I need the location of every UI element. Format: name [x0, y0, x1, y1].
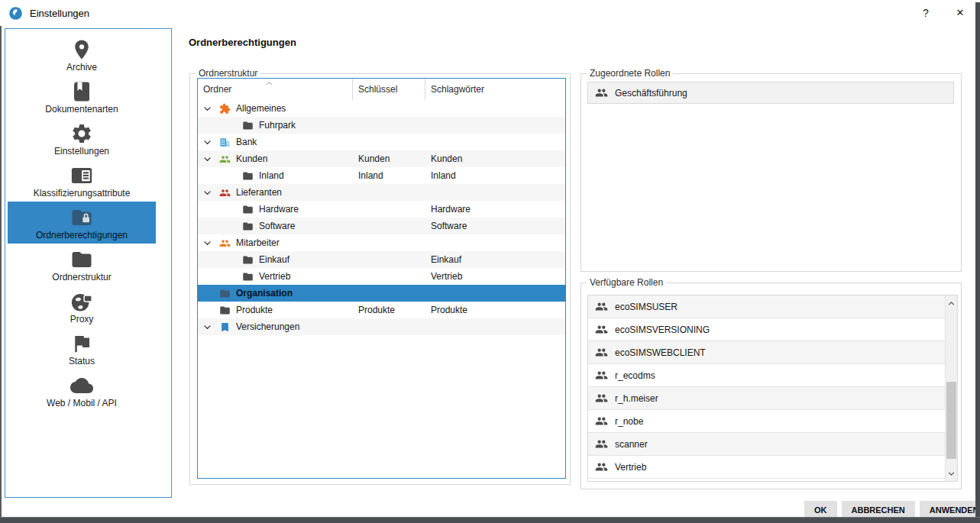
ok-button[interactable]: OK — [804, 501, 837, 518]
bookmark-icon — [219, 321, 231, 333]
tree-row-label: Bank — [236, 137, 257, 147]
tree-cell-ordner: Organisation — [198, 288, 353, 299]
scrollbar-down-button[interactable] — [946, 467, 957, 479]
tree-cell-ordner: Produkte — [198, 305, 353, 316]
available-roles-group-label: Verfügbare Rollen — [587, 277, 666, 288]
titlebar[interactable]: Einstellungen — [0, 0, 975, 26]
sidebar-item-label: Archive — [66, 62, 97, 73]
tree-row-label: Inland — [259, 170, 284, 181]
people-icon — [219, 187, 231, 199]
available-role-ecosimsuser[interactable]: ecoSIMSUSER — [588, 295, 945, 318]
available-role-ecosimswebclient[interactable]: ecoSIMSWEBCLIENT — [588, 341, 945, 364]
column-header-label: Schlüssel — [358, 84, 397, 95]
dialog-buttons: OK ABBRECHEN ANWENDEN — [804, 501, 980, 518]
tree-cell-schluessel: Produkte — [353, 305, 425, 315]
sidebar-item-web-mobil-api[interactable]: Web / Mobil / API — [8, 370, 156, 412]
scrollbar[interactable] — [945, 295, 957, 481]
assigned-role-geschäftsführung[interactable]: Geschäftsführung — [587, 82, 954, 104]
assigned-roles-group: Zugeordnete Rollen Geschäftsführung — [581, 73, 962, 272]
scrollbar-up-button[interactable] — [946, 297, 957, 309]
tree-cell-ordner: Inland — [198, 170, 353, 182]
column-header-schluessel[interactable]: Schlüssel — [353, 79, 425, 100]
tree-cell-ordner: Vertrieb — [198, 271, 353, 282]
tree-row-vertrieb[interactable]: VertriebVertrieb — [198, 268, 565, 285]
tree-row-kunden[interactable]: KundenKundenKunden — [198, 150, 565, 167]
tree-row-label: Lieferanten — [236, 187, 282, 198]
page-title: Ordnerberechtigungen — [189, 37, 296, 48]
chevron-down-icon[interactable] — [202, 104, 215, 114]
help-button[interactable]: ? — [913, 1, 939, 24]
role-name: ecoSIMSUSER — [615, 302, 678, 312]
sidebar-item-label: Proxy — [70, 314, 94, 324]
available-role-vertrieb[interactable]: Vertrieb — [588, 456, 945, 479]
available-role-r-h-meiser[interactable]: r_h.meiser — [588, 387, 945, 410]
tree-row-software[interactable]: SoftwareSoftware — [198, 218, 565, 234]
chevron-down-icon[interactable] — [202, 322, 215, 332]
settings-sidebar: ArchiveDokumentenartenEinstellungenKlass… — [5, 28, 172, 498]
people-icon — [595, 460, 608, 473]
tree-cell-ordner: Hardware — [198, 204, 353, 215]
column-header-label: Ordner — [203, 84, 231, 95]
tree-cell-ordner: Bank — [198, 137, 353, 148]
available-roles-rows: ecoSIMSUSERecoSIMSVERSIONINGecoSIMSWEBCL… — [588, 295, 945, 481]
chevron-down-icon[interactable] — [202, 188, 215, 198]
anwenden-button[interactable]: ANWENDEN — [920, 501, 980, 518]
available-role-ecosimsversioning[interactable]: ecoSIMSVERSIONING — [588, 318, 945, 341]
available-roles-list: ecoSIMSUSERecoSIMSVERSIONINGecoSIMSWEBCL… — [587, 295, 958, 482]
tree-row-lieferanten[interactable]: Lieferanten — [198, 184, 565, 201]
tree-cell-schlagwoerter: Software — [425, 221, 565, 231]
tree-row-mitarbeiter[interactable]: Mitarbeiter — [198, 234, 565, 251]
sidebar-item-dokumentenarten[interactable]: Dokumentenarten — [8, 76, 156, 118]
tree-row-einkauf[interactable]: EinkaufEinkauf — [198, 251, 565, 268]
role-name: r_h.meiser — [615, 393, 658, 404]
scrollbar-thumb[interactable] — [946, 382, 956, 459]
available-roles-group: Verfügbare Rollen ecoSIMSUSERecoSIMSVERS… — [581, 282, 962, 489]
tree-row-inland[interactable]: InlandInlandInland — [198, 167, 565, 184]
sidebar-item-status[interactable]: Status — [8, 328, 156, 370]
sidebar-item-einstellungen[interactable]: Einstellungen — [8, 118, 156, 160]
column-header-ordner[interactable]: Ordner — [198, 79, 353, 100]
tree-row-bank[interactable]: Bank — [198, 134, 565, 150]
folder-icon — [242, 170, 254, 182]
tree-row-fuhrpark[interactable]: Fuhrpark — [198, 117, 565, 134]
tree-row-produkte[interactable]: ProdukteProdukteProdukte — [198, 302, 565, 318]
tree-row-allgemeines[interactable]: Allgemeines — [198, 100, 565, 117]
folder-icon — [242, 271, 254, 282]
available-role-r-ecodms[interactable]: r_ecodms — [588, 364, 945, 387]
people-icon — [595, 323, 608, 336]
puzzle-icon — [219, 103, 231, 115]
tree-cell-ordner: Lieferanten — [198, 187, 353, 199]
folder-icon — [219, 305, 231, 316]
folder-structure-group: Ordnerstruktur Ordner Schlüssel Schlagwö… — [189, 73, 571, 485]
settings-window: Einstellungen ? ✕ ArchiveDokumentenarten… — [0, 0, 980, 523]
globe-lock-icon — [70, 289, 93, 314]
sidebar-item-ordnerstruktur[interactable]: Ordnerstruktur — [8, 244, 156, 286]
close-button[interactable]: ✕ — [947, 1, 973, 24]
tree-row-hardware[interactable]: HardwareHardware — [198, 201, 565, 218]
sidebar-item-ordnerberechtigungen[interactable]: Ordnerberechtigungen — [8, 202, 156, 244]
tree-row-organisation[interactable]: Organisation — [198, 285, 565, 302]
tree-row-label: Software — [259, 221, 295, 231]
sidebar-item-proxy[interactable]: Proxy — [8, 286, 156, 328]
tree-cell-ordner: Einkauf — [198, 254, 353, 266]
people-icon — [595, 86, 608, 99]
tree-cell-ordner: Software — [198, 221, 353, 232]
window-border-right — [975, 2, 980, 523]
people-icon — [595, 415, 608, 428]
sidebar-item-archive[interactable]: Archive — [8, 34, 156, 76]
gear-icon — [70, 121, 93, 146]
available-role-scanner[interactable]: scanner — [588, 433, 945, 456]
tree-row-label: Kunden — [236, 153, 267, 164]
tree-body: AllgemeinesFuhrparkBankKundenKundenKunde… — [198, 100, 565, 335]
sidebar-item-label: Klassifizierungsattribute — [34, 188, 131, 199]
chevron-down-icon[interactable] — [202, 154, 215, 164]
role-name: Geschäftsführung — [615, 88, 687, 98]
abbrechen-button[interactable]: ABBRECHEN — [842, 501, 915, 518]
sidebar-item-label: Status — [69, 356, 95, 366]
column-header-schlagwoerter[interactable]: Schlagwörter — [425, 79, 565, 100]
chevron-down-icon[interactable] — [202, 238, 215, 248]
available-role-r-nobe[interactable]: r_nobe — [588, 410, 945, 433]
sidebar-item-klassifizierungsattribute[interactable]: Klassifizierungsattribute — [8, 160, 156, 202]
chevron-down-icon[interactable] — [202, 137, 215, 147]
tree-row-versicherungen[interactable]: Versicherungen — [198, 318, 565, 335]
